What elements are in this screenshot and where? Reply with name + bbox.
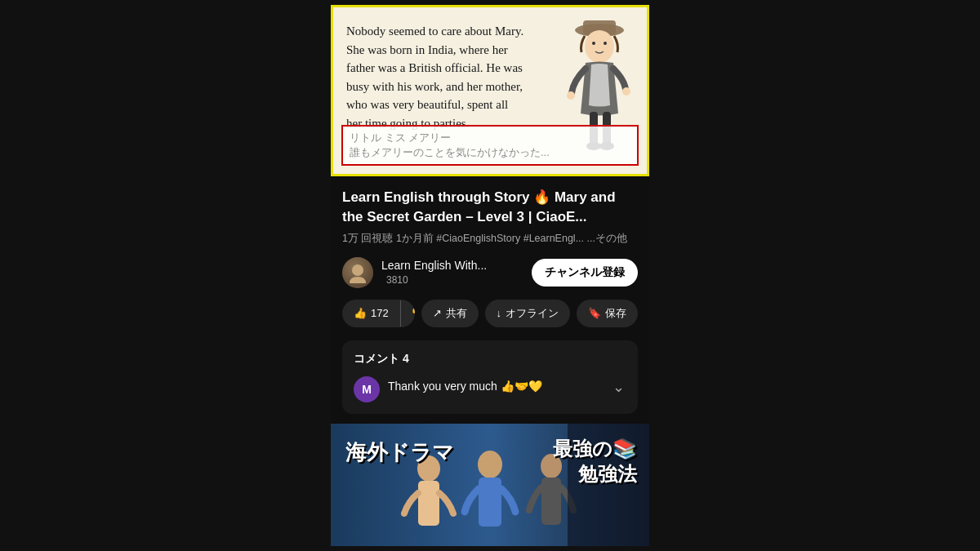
svg-rect-16 (479, 478, 501, 527)
video-info-panel: Learn English through Story 🔥 Mary and t… (331, 176, 649, 424)
svg-point-4 (604, 42, 607, 45)
video-meta: 1万 回視聴 1か月前 #CiaoEnglishStory #LearnEngl… (342, 232, 638, 246)
next-video-thumbnail[interactable]: 海外ドラマ 最強の📚 勉強法 (331, 424, 649, 546)
like-button[interactable]: 👍 172 (342, 300, 400, 326)
view-count: 1万 回視聴 (342, 233, 393, 244)
hashtag2[interactable]: #LearnEngl... (523, 233, 584, 244)
comment-author-initial: M (362, 383, 372, 396)
svg-point-2 (585, 30, 614, 63)
like-count: 172 (371, 307, 389, 319)
comments-label: コメント (354, 352, 399, 365)
hashtag1[interactable]: #CiaoEnglishStory (436, 233, 520, 244)
video-thumbnail[interactable]: Nobody seemed to care about Mary. She wa… (331, 5, 649, 176)
svg-point-3 (592, 42, 595, 45)
comment-avatar: M (354, 376, 380, 402)
next-video-text-left: 海外ドラマ (345, 440, 454, 465)
dislike-button[interactable]: 👎 (400, 300, 415, 327)
video-title: Learn English through Story 🔥 Mary and t… (342, 188, 638, 227)
save-label: 保存 (605, 306, 626, 321)
svg-rect-14 (418, 481, 439, 526)
like-icon: 👍 (354, 307, 367, 319)
japanese-subtitle: リトル ミス メアリー 誰もメアリーのことを気にかけなかった... (341, 125, 639, 166)
channel-row: Learn English With... 3810 チャンネル登録 (342, 257, 638, 288)
dislike-icon: 👎 (411, 307, 415, 320)
channel-name[interactable]: Learn English With... (381, 259, 487, 272)
comments-count: 4 (403, 352, 409, 365)
post-date: 1か月前 (396, 233, 434, 244)
phone-container: Nobody seemed to care about Mary. She wa… (331, 5, 649, 546)
svg-point-15 (478, 451, 502, 478)
share-icon: ↗ (433, 307, 442, 319)
svg-point-6 (622, 87, 630, 96)
share-label: 共有 (446, 306, 467, 321)
svg-point-5 (567, 91, 575, 100)
subscribe-button[interactable]: チャンネル登録 (532, 259, 638, 287)
save-button[interactable]: 🔖 保存 (577, 300, 638, 327)
more-link[interactable]: ...その他 (587, 233, 627, 244)
action-buttons-row: 👍 172 👎 ↗ 共有 ↓ オフライン 🔖 保存 (342, 300, 638, 327)
story-text: Nobody seemed to care about Mary. She wa… (333, 7, 537, 140)
comment-row: M Thank you very much 👍🤝💛 ⌄ (354, 376, 626, 402)
share-button[interactable]: ↗ 共有 (421, 300, 479, 327)
offline-label: オフライン (506, 306, 559, 321)
channel-avatar[interactable] (342, 257, 373, 288)
comment-expand-button[interactable]: ⌄ (611, 376, 626, 398)
offline-button[interactable]: ↓ オフライン (485, 300, 571, 327)
next-video-text-right: 最強の📚 勉強法 (553, 436, 637, 487)
like-dislike-group: 👍 172 👎 (342, 300, 415, 327)
download-icon: ↓ (497, 307, 502, 319)
comments-section: コメント 4 M Thank you very much 👍🤝💛 ⌄ (342, 340, 638, 414)
save-icon: 🔖 (588, 307, 601, 319)
comment-text: Thank you very much 👍🤝💛 (388, 376, 603, 393)
svg-point-11 (352, 264, 363, 276)
comments-header: コメント 4 (354, 352, 626, 367)
channel-subs: 3810 (386, 274, 408, 286)
